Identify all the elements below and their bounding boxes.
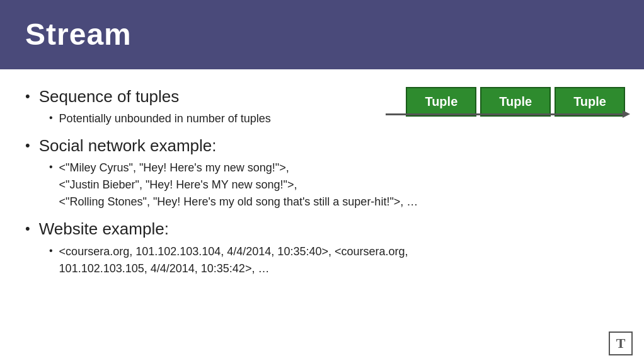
main-bullet-2-text: Social network example:	[39, 136, 217, 156]
main-bullet-1-text: Sequence of tuples	[39, 87, 180, 107]
bullet-section-2: • Social network example: • <"Miley Cyru…	[25, 136, 619, 210]
logo-text: T	[616, 335, 626, 352]
slide-content: Tuple Tuple Tuple • Sequence of tuples •…	[0, 69, 644, 363]
tuple-arrow-line	[386, 113, 625, 115]
tuple-box-2: Tuple	[480, 87, 551, 117]
sub-bullet-3-1-text: <coursera.org, 101.102.103.104, 4/4/2014…	[59, 245, 408, 258]
sub-bullet-2-1: • <"Miley Cyrus", "Hey! Here's my new so…	[49, 159, 619, 210]
bullet-dot-2: •	[25, 137, 30, 154]
sub-bullet-dot-3-1: •	[49, 245, 53, 256]
sub-bullet-3-1: • <coursera.org, 101.102.103.104, 4/4/20…	[49, 243, 619, 277]
sub-bullet-dot-1-1: •	[49, 112, 53, 124]
main-bullet-3-text: Website example:	[39, 219, 169, 239]
logo-box: T	[609, 331, 633, 355]
bullet-section-3: • Website example: • <coursera.org, 101.…	[25, 219, 619, 277]
sub-bullet-2-1-text: <"Miley Cyrus", "Hey! Here's my new song…	[59, 161, 289, 174]
sub-bullet-1-1-text: Potentially unbounded in number of tuple…	[59, 110, 271, 127]
tuple-box-3: Tuple	[555, 87, 625, 117]
bullet-dot-1: •	[25, 88, 30, 105]
sub-bullet-3-2-text: 101.102.103.105, 4/4/2014, 10:35:42>, …	[59, 262, 270, 275]
slide-header: Stream	[0, 0, 644, 69]
slide-title: Stream	[25, 17, 132, 52]
sub-bullet-dot-2-1: •	[49, 161, 53, 173]
tuple-box-1: Tuple	[406, 87, 476, 117]
bullet-dot-3: •	[25, 221, 30, 237]
main-bullet-2: • Social network example:	[25, 136, 619, 156]
main-bullet-3: • Website example:	[25, 219, 619, 239]
sub-bullet-2-2-text: <"Justin Bieber", "Hey! Here's MY new so…	[59, 178, 297, 191]
slide: Stream Tuple Tuple Tuple • Sequence of t…	[0, 0, 644, 363]
sub-bullet-2-3-text: <"Rolling Stones", "Hey! Here's my old s…	[59, 195, 418, 208]
tuple-row: Tuple Tuple Tuple	[406, 87, 625, 117]
